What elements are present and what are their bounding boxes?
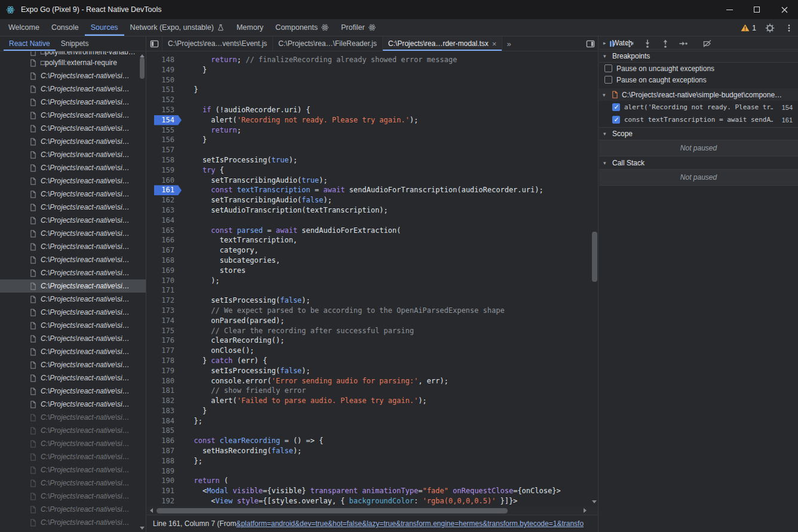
scroll-right-icon[interactable] <box>581 507 589 514</box>
breakpoint-checkbox[interactable] <box>612 116 620 124</box>
line-number[interactable]: 168 <box>147 256 182 266</box>
line-number[interactable]: 167 <box>147 245 182 256</box>
code-line[interactable]: 178 } catch (err) { <box>147 356 598 366</box>
line-number[interactable]: 165 <box>147 226 182 236</box>
file-item[interactable]: C:\Projects\react-native\si… <box>0 371 146 385</box>
minimize-button[interactable] <box>716 0 743 19</box>
line-number[interactable]: 149 <box>147 65 182 75</box>
code-line[interactable]: 175 // Clear the recording after success… <box>147 326 598 336</box>
line-number[interactable]: 162 <box>147 195 182 205</box>
tab-network-expo-unstable[interactable]: Network (Expo, unstable) <box>124 19 231 36</box>
file-item[interactable]: C:\Projects\react-native\si… <box>0 358 146 371</box>
code-line[interactable]: 168 subcategories, <box>147 256 598 266</box>
line-number[interactable]: 189 <box>147 466 182 476</box>
call-stack-section-header[interactable]: Call Stack <box>599 156 798 170</box>
deactivate-breakpoints-icon[interactable] <box>702 38 713 49</box>
editor-tab[interactable]: C:\Projects\rea…\FileReader.js <box>273 36 383 51</box>
code-line[interactable]: 152 <box>147 95 598 105</box>
code-line[interactable]: 189 <box>147 466 598 476</box>
file-item[interactable]: C:\Projects\react-native\si… <box>0 345 146 358</box>
file-item[interactable]: C:\Projects\react-native\si… <box>0 96 146 109</box>
tab-sources[interactable]: Sources <box>85 19 124 36</box>
scrollbar-thumb[interactable] <box>592 232 597 282</box>
file-item[interactable]: C:\Projects\react-native\si… <box>0 122 146 135</box>
line-number[interactable]: 188 <box>147 456 182 466</box>
file-item[interactable]: C:\Projects\react-native\si… <box>0 450 146 463</box>
code-line[interactable]: 190 return ( <box>147 476 598 486</box>
line-number[interactable]: 181 <box>147 386 182 396</box>
breakpoint-checkbox[interactable] <box>612 103 620 111</box>
navigator-tab-snippets[interactable]: Snippets <box>56 36 94 51</box>
line-number[interactable]: 159 <box>147 165 182 176</box>
line-number[interactable]: 182 <box>147 396 182 406</box>
code-line[interactable]: 154 alert('Recording not ready. Please t… <box>147 115 598 125</box>
tab-memory[interactable]: Memory <box>231 19 269 36</box>
tab-console[interactable]: Console <box>45 19 85 36</box>
toggle-navigator-icon[interactable] <box>147 36 162 51</box>
line-number[interactable]: 191 <box>147 486 182 496</box>
code-line[interactable]: 188 }; <box>147 456 598 466</box>
pause-on-caught-checkbox[interactable] <box>604 76 612 84</box>
file-item[interactable]: C:\Projects\react-native\si… <box>0 240 146 253</box>
code-line[interactable]: 172 setIsProcessing(false); <box>147 296 598 306</box>
code-line[interactable]: 167 category, <box>147 245 598 256</box>
breakpoint-group-header[interactable]: C:\Projects\react-native\simple-budget\c… <box>599 88 798 101</box>
line-number[interactable]: 183 <box>147 406 182 416</box>
code-line[interactable]: 186 const clearRecording = () => { <box>147 436 598 446</box>
file-item[interactable]: C:\Projects\react-native\si… <box>0 227 146 240</box>
code-line[interactable]: 183 } <box>147 406 598 416</box>
breakpoint-entry[interactable]: const textTranscription = await sendA…16… <box>599 113 798 126</box>
file-item[interactable]: □polyfill:environment-variab… <box>0 51 146 56</box>
file-item[interactable]: C:\Projects\react-native\si… <box>0 266 146 279</box>
line-number[interactable]: 175 <box>147 326 182 336</box>
code-line[interactable]: 149 } <box>147 65 598 75</box>
settings-gear-icon[interactable] <box>765 23 775 33</box>
file-item[interactable]: C:\Projects\react-native\si… <box>0 516 146 529</box>
code-line[interactable]: 148 return; // finalizeRecording already… <box>147 55 598 65</box>
file-item[interactable]: C:\Projects\react-native\si… <box>0 503 146 516</box>
line-number[interactable]: 192 <box>147 496 182 506</box>
file-item[interactable]: C:\Projects\react-native\si… <box>0 214 146 227</box>
line-number[interactable]: 152 <box>147 95 182 105</box>
code-line[interactable]: 182 alert('Failed to parse audio. Please… <box>147 396 598 406</box>
file-item[interactable]: C:\Projects\react-native\si… <box>0 529 146 532</box>
line-number[interactable]: 180 <box>147 376 182 386</box>
maximize-button[interactable] <box>743 0 771 19</box>
step-icon[interactable] <box>678 38 689 49</box>
file-item[interactable]: C:\Projects\react-native\si… <box>0 424 146 437</box>
line-number[interactable]: 186 <box>147 436 182 446</box>
code-line[interactable]: 174 onParsed(parsed); <box>147 316 598 326</box>
code-line[interactable]: 159 try { <box>147 165 598 176</box>
pause-script-icon[interactable] <box>606 38 617 49</box>
breakpoint-line-number[interactable]: 154 <box>147 115 182 125</box>
line-number[interactable]: 177 <box>147 346 182 356</box>
navigator-tab-react-native[interactable]: React Native <box>4 36 56 51</box>
code-line[interactable]: 171 <box>147 285 598 296</box>
line-number[interactable]: 185 <box>147 426 182 436</box>
scroll-down-icon[interactable] <box>590 498 598 505</box>
scrollbar-thumb[interactable] <box>156 508 508 513</box>
line-number[interactable]: 148 <box>147 55 182 65</box>
pause-on-caught-row[interactable]: Pause on caught exceptions <box>599 74 798 85</box>
line-number[interactable]: 160 <box>147 176 182 186</box>
code-line[interactable]: 156 } <box>147 135 598 145</box>
line-number[interactable]: 174 <box>147 316 182 326</box>
scroll-left-icon[interactable] <box>148 507 155 514</box>
file-item[interactable]: C:\Projects\react-native\si… <box>0 82 146 96</box>
code-line[interactable]: 179 setIsProcessing(false); <box>147 366 598 376</box>
code-line[interactable]: 177 onClose(); <box>147 346 598 356</box>
line-number[interactable]: 158 <box>147 155 182 165</box>
line-number[interactable]: 184 <box>147 416 182 426</box>
code-line[interactable]: 160 setTranscribingAudio(true); <box>147 176 598 186</box>
file-item[interactable]: C:\Projects\react-native\si… <box>0 476 146 490</box>
tab-profiler[interactable]: Profiler <box>335 19 382 36</box>
editor-tab[interactable]: C:\Projects\rea…rder-modal.tsx× <box>383 36 503 51</box>
code-line[interactable]: 158 setIsProcessing(true); <box>147 155 598 165</box>
line-number[interactable]: 176 <box>147 336 182 346</box>
close-tab-icon[interactable]: × <box>492 40 497 48</box>
code-line[interactable]: 187 setHasRecording(false); <box>147 446 598 456</box>
editor-tab[interactable]: C:\Projects\rea…vents\Event.js <box>162 36 273 51</box>
code-line[interactable]: 192 <View style={[styles.overlay, { back… <box>147 496 598 506</box>
tab-overflow-icon[interactable] <box>502 36 515 51</box>
code-line[interactable]: 185 <box>147 426 598 436</box>
